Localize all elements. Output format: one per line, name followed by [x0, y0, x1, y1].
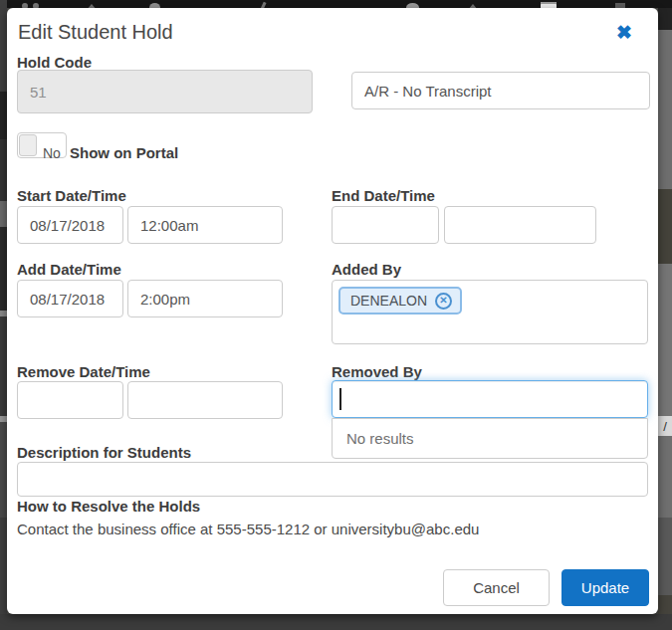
end-datetime-label: End Date/Time: [332, 187, 435, 204]
added-by-chip: DENEALON ✕: [338, 287, 462, 315]
background-left-edge: [0, 0, 7, 622]
end-time-input[interactable]: [444, 206, 596, 244]
removed-by-dropdown[interactable]: No results: [332, 418, 648, 459]
add-time-input[interactable]: [127, 280, 283, 317]
text-cursor: [339, 388, 341, 410]
close-icon[interactable]: ✖: [610, 21, 638, 45]
resolve-text: Contact the business office at 555-555-1…: [17, 521, 479, 537]
toggle-knob-icon: [19, 134, 37, 156]
description-input[interactable]: [17, 462, 648, 497]
start-time-input[interactable]: [127, 206, 283, 244]
remove-date-input[interactable]: [17, 381, 123, 419]
hold-code-input: [17, 70, 313, 113]
start-datetime-label: Start Date/Time: [17, 187, 126, 204]
update-button[interactable]: Update: [561, 569, 649, 606]
add-datetime-label: Add Date/Time: [17, 261, 121, 278]
show-on-portal-toggle[interactable]: No: [17, 132, 67, 158]
background-right-edge: /: [658, 8, 672, 630]
toggle-state-label: No: [43, 145, 61, 161]
start-date-input[interactable]: [17, 206, 123, 244]
resolve-label: How to Resolve the Holds: [17, 498, 200, 515]
hold-code-label: Hold Code: [17, 54, 92, 71]
background-bottom-edge: [0, 614, 672, 630]
remove-time-input[interactable]: [127, 381, 283, 419]
edit-student-hold-modal: Edit Student Hold ✖ Hold Code No Show on…: [7, 8, 658, 614]
chip-text: DENEALON: [350, 293, 427, 309]
background-slash-fragment: /: [658, 416, 672, 436]
chip-remove-icon[interactable]: ✕: [435, 293, 452, 310]
added-by-label: Added By: [332, 261, 401, 278]
cancel-button[interactable]: Cancel: [443, 569, 550, 606]
removed-by-input[interactable]: [332, 380, 648, 418]
remove-datetime-label: Remove Date/Time: [17, 363, 150, 380]
added-by-multiselect[interactable]: DENEALON ✕: [332, 280, 648, 344]
no-results-text: No results: [333, 430, 414, 447]
hold-name-input[interactable]: [351, 72, 650, 109]
add-date-input[interactable]: [17, 280, 123, 317]
show-on-portal-label: Show on Portal: [70, 144, 178, 161]
description-label: Description for Students: [17, 444, 191, 461]
removed-by-label: Removed By: [332, 363, 422, 380]
end-date-input[interactable]: [332, 206, 439, 244]
modal-title: Edit Student Hold: [18, 21, 173, 44]
background-navbar-strip: [0, 0, 672, 8]
